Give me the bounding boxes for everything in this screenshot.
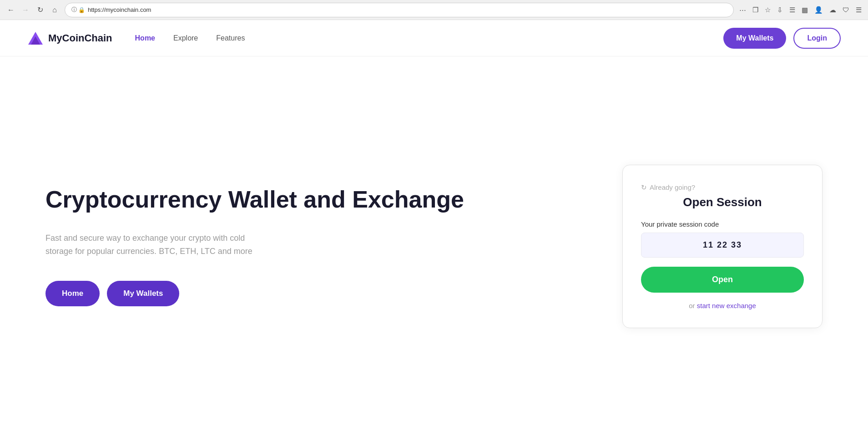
download-button[interactable]: ⇩ [775, 4, 785, 16]
already-going: ↻ Already going? [641, 183, 804, 192]
security-indicator: ⓘ 🔒 [71, 6, 85, 14]
nav-link-home[interactable]: Home [135, 34, 155, 42]
nav-login-button[interactable]: Login [793, 28, 841, 49]
info-icon: ⓘ [71, 6, 77, 14]
nav-my-wallets-button[interactable]: My Wallets [723, 28, 786, 49]
session-card: ↻ Already going? Open Session Your priva… [622, 165, 823, 328]
lock-icon: 🔒 [78, 7, 85, 13]
profile-button[interactable]: 👤 [812, 4, 825, 16]
start-new-exchange-link[interactable]: start new exchange [697, 302, 756, 309]
main-content: Cryptocurrency Wallet and Exchange Fast … [0, 56, 868, 436]
bookmark-button[interactable]: ☆ [763, 4, 772, 16]
nav-actions: My Wallets Login [723, 28, 841, 49]
hero-wallets-button[interactable]: My Wallets [107, 281, 179, 306]
hero-buttons: Home My Wallets [45, 281, 595, 306]
open-button[interactable]: Open [641, 267, 804, 293]
session-code-label: Your private session code [641, 220, 804, 228]
shield-button[interactable]: 🛡 [841, 4, 851, 15]
logo[interactable]: MyCoinChain [27, 30, 112, 46]
hero-subtitle: Fast and secure way to exchange your cry… [45, 232, 264, 258]
forward-button[interactable]: → [19, 4, 32, 16]
browser-chrome: ← → ↻ ⌂ ⓘ 🔒 https://mycoinchain.com ⋯ ❐ … [0, 0, 868, 20]
nav-link-explore[interactable]: Explore [173, 34, 198, 42]
or-text: or [689, 302, 695, 309]
pocket-button[interactable]: ❐ [751, 4, 760, 16]
address-bar[interactable]: ⓘ 🔒 https://mycoinchain.com [65, 3, 734, 17]
browser-actions: ⋯ ❐ ☆ ⇩ ☰ ▩ 👤 ☁ 🛡 ☰ [737, 4, 863, 16]
reading-list-button[interactable]: ☰ [787, 4, 797, 16]
or-exchange-text: or start new exchange [641, 302, 804, 309]
hero-home-button[interactable]: Home [45, 281, 100, 306]
hero-title: Cryptocurrency Wallet and Exchange [45, 186, 595, 213]
logo-icon [27, 30, 44, 46]
screen-button[interactable]: ▩ [800, 4, 810, 16]
session-code-input[interactable] [641, 233, 804, 258]
session-title: Open Session [641, 195, 804, 209]
menu-button[interactable]: ☰ [854, 4, 863, 16]
hero-section: Cryptocurrency Wallet and Exchange Fast … [45, 186, 595, 306]
refresh-icon: ↻ [641, 183, 647, 192]
extension1-button[interactable]: ☁ [828, 4, 838, 16]
logo-text: MyCoinChain [48, 32, 112, 44]
nav-links: Home Explore Features [135, 34, 724, 42]
nav-link-features[interactable]: Features [216, 34, 245, 42]
navbar: MyCoinChain Home Explore Features My Wal… [0, 20, 868, 56]
reload-button[interactable]: ↻ [34, 4, 46, 16]
browser-nav-buttons: ← → ↻ ⌂ [5, 4, 61, 16]
home-button[interactable]: ⌂ [48, 4, 61, 16]
url-text: https://mycoinchain.com [88, 6, 727, 13]
already-going-label: Already going? [650, 183, 695, 191]
back-button[interactable]: ← [5, 4, 17, 16]
more-button[interactable]: ⋯ [737, 4, 748, 16]
